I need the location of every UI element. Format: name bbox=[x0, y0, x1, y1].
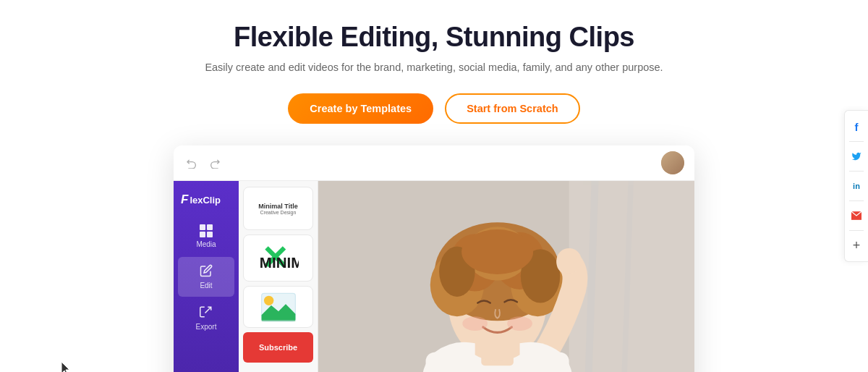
video-preview bbox=[318, 181, 694, 372]
divider-4 bbox=[849, 230, 864, 231]
facebook-icon[interactable]: f bbox=[845, 115, 868, 138]
redo-button[interactable] bbox=[207, 155, 223, 171]
logo-text: lexClip bbox=[190, 195, 221, 206]
avatar-image bbox=[661, 151, 684, 174]
social-sidebar: f in + bbox=[844, 110, 868, 262]
sidebar-item-export[interactable]: Export bbox=[174, 298, 239, 338]
topbar-left bbox=[184, 155, 223, 171]
landscape-icon bbox=[260, 291, 297, 324]
svg-text:MINIM: MINIM bbox=[259, 254, 298, 271]
editor-sidebar: F lexClip Media bbox=[174, 181, 239, 372]
editor-topbar bbox=[174, 145, 694, 181]
canvas-video bbox=[318, 181, 694, 372]
svg-point-22 bbox=[462, 316, 488, 331]
cta-buttons: Create by Templates Start from Scratch bbox=[288, 93, 579, 124]
media-label: Media bbox=[196, 240, 216, 248]
panel-text-template[interactable]: Minimal Title Creative Design bbox=[243, 187, 313, 230]
main-content: Flexible Editing, Stunning Clips Easily … bbox=[0, 0, 868, 372]
sidebar-item-media[interactable]: Media bbox=[174, 217, 239, 255]
plus-icon[interactable]: + bbox=[845, 234, 868, 257]
editor-panel: Minimal Title Creative Design ✕ MINIM bbox=[239, 181, 318, 372]
panel-subscribe-item[interactable]: Subscribe bbox=[243, 332, 313, 363]
start-scratch-button[interactable]: Start from Scratch bbox=[445, 93, 580, 124]
sidebar-item-edit[interactable]: Edit bbox=[178, 257, 234, 297]
edit-icon bbox=[200, 264, 213, 279]
panel-image-item[interactable] bbox=[243, 286, 313, 328]
twitter-icon[interactable] bbox=[845, 145, 868, 168]
svg-point-23 bbox=[507, 316, 532, 331]
green-x-icon: ✕ MINIM bbox=[258, 238, 299, 279]
undo-button[interactable] bbox=[184, 155, 200, 171]
panel-title-line2: Creative Design bbox=[260, 210, 297, 215]
page-title: Flexible Editing, Stunning Clips bbox=[234, 22, 634, 53]
editor-mockup: F lexClip Media bbox=[174, 145, 694, 372]
editor-canvas bbox=[318, 181, 694, 372]
divider-2 bbox=[849, 171, 864, 172]
export-icon bbox=[200, 305, 213, 320]
svg-point-21 bbox=[461, 229, 533, 274]
avatar bbox=[661, 151, 684, 174]
create-templates-button[interactable]: Create by Templates bbox=[288, 93, 433, 124]
grid-icon bbox=[200, 224, 213, 237]
export-label: Export bbox=[196, 323, 217, 331]
subscribe-label: Subscribe bbox=[259, 343, 297, 352]
page-subtitle: Easily create and edit videos for the br… bbox=[205, 62, 663, 73]
linkedin-icon[interactable]: in bbox=[845, 174, 868, 198]
svg-point-24 bbox=[556, 248, 582, 274]
panel-logo-item[interactable]: ✕ MINIM bbox=[243, 234, 313, 282]
editor-body: F lexClip Media bbox=[174, 181, 694, 372]
svg-point-3 bbox=[264, 295, 273, 305]
logo-f: F bbox=[181, 193, 188, 207]
divider-1 bbox=[849, 141, 864, 142]
sidebar-logo: F lexClip bbox=[174, 188, 239, 217]
edit-label: Edit bbox=[200, 282, 212, 289]
panel-title-line1: Minimal Title bbox=[258, 203, 297, 210]
email-icon[interactable] bbox=[845, 204, 868, 227]
divider-3 bbox=[849, 200, 864, 201]
